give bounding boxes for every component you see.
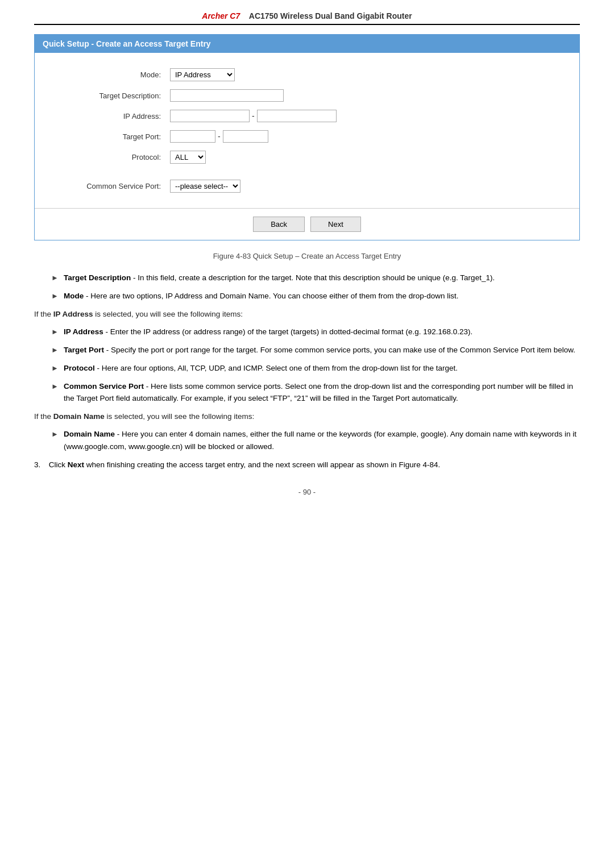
protocol-label: Protocol: bbox=[52, 147, 165, 168]
ip-address-label: IP Address: bbox=[52, 106, 165, 126]
bullet-target-port: ► Target Port - Specify the port or port… bbox=[51, 344, 580, 356]
figure-caption: Figure 4-83 Quick Setup – Create an Acce… bbox=[34, 252, 580, 260]
port-dash: - bbox=[218, 132, 221, 141]
ip-address-input-cell: - bbox=[165, 106, 562, 126]
domain-name-intro: If the Domain Name is selected, you will… bbox=[34, 410, 580, 423]
arrow-icon-5: ► bbox=[51, 363, 64, 375]
target-port-start[interactable] bbox=[170, 130, 215, 143]
target-description-input[interactable] bbox=[170, 89, 284, 102]
bullet-ip-address-text: IP Address - Enter the IP address (or ad… bbox=[64, 326, 472, 338]
spacer-row bbox=[52, 168, 562, 176]
mode-row: Mode: IP Address Domain Name bbox=[52, 64, 562, 85]
quick-setup-panel: Quick Setup - Create an Access Target En… bbox=[34, 34, 580, 240]
ip-address-range: - bbox=[170, 110, 558, 122]
target-port-row: Target Port: - bbox=[52, 126, 562, 147]
domain-bullet-list: ► Domain Name - Here you can enter 4 dom… bbox=[51, 428, 580, 452]
bullet-target-description: ► Target Description - In this field, cr… bbox=[51, 272, 580, 284]
protocol-row: Protocol: ALL TCP UDP ICMP bbox=[52, 147, 562, 168]
target-description-input-cell bbox=[165, 85, 562, 106]
page-header: Archer C7 AC1750 Wireless Dual Band Giga… bbox=[34, 11, 580, 25]
common-service-port-label: Common Service Port: bbox=[52, 176, 165, 197]
ip-dash: - bbox=[252, 111, 255, 121]
main-bullet-list: ► Target Description - In this field, cr… bbox=[51, 272, 580, 302]
ip-address-intro: If the IP Address is selected, you will … bbox=[34, 308, 580, 321]
common-service-port-row: Common Service Port: --please select-- bbox=[52, 176, 562, 197]
mode-label: Mode: bbox=[52, 64, 165, 85]
numbered-item-3: 3. Click Next when finishing creating th… bbox=[34, 459, 580, 471]
bullet-mode-text: Mode - Here are two options, IP Address … bbox=[64, 290, 459, 302]
target-port-range: - bbox=[170, 130, 558, 143]
bullet-common-service-port-text: Common Service Port - Here lists some co… bbox=[64, 380, 580, 405]
item-number-3: 3. bbox=[34, 459, 47, 471]
page-number: - 90 - bbox=[34, 488, 580, 496]
protocol-input-cell: ALL TCP UDP ICMP bbox=[165, 147, 562, 168]
ip-address-start[interactable] bbox=[170, 110, 250, 122]
arrow-icon-6: ► bbox=[51, 381, 64, 393]
bullet-protocol-text: Protocol - Here are four options, All, T… bbox=[64, 362, 458, 375]
button-row: Back Next bbox=[35, 208, 579, 240]
mode-input-cell: IP Address Domain Name bbox=[165, 64, 562, 85]
protocol-select[interactable]: ALL TCP UDP ICMP bbox=[170, 151, 206, 164]
brand-text: Archer C7 AC1750 Wireless Dual Band Giga… bbox=[202, 11, 412, 20]
numbered-item-3-text: Click Next when finishing creating the a… bbox=[47, 459, 440, 471]
ip-address-end[interactable] bbox=[257, 110, 337, 122]
panel-body: Mode: IP Address Domain Name Target Desc… bbox=[35, 53, 579, 208]
panel-header: Quick Setup - Create an Access Target En… bbox=[35, 35, 579, 53]
form-table: Mode: IP Address Domain Name Target Desc… bbox=[52, 64, 562, 197]
bullet-ip-address: ► IP Address - Enter the IP address (or … bbox=[51, 326, 580, 338]
ip-bullet-list: ► IP Address - Enter the IP address (or … bbox=[51, 326, 580, 405]
arrow-icon-2: ► bbox=[51, 290, 64, 302]
target-description-label: Target Description: bbox=[52, 85, 165, 106]
panel-title: Quick Setup - Create an Access Target En… bbox=[43, 39, 211, 48]
back-button[interactable]: Back bbox=[253, 217, 305, 232]
bullet-protocol: ► Protocol - Here are four options, All,… bbox=[51, 362, 580, 375]
bullet-domain-name: ► Domain Name - Here you can enter 4 dom… bbox=[51, 428, 580, 452]
brand-archer: Archer C7 bbox=[202, 11, 240, 20]
arrow-icon-4: ► bbox=[51, 344, 64, 356]
target-port-end[interactable] bbox=[223, 130, 268, 143]
mode-select[interactable]: IP Address Domain Name bbox=[170, 68, 235, 81]
bullet-target-port-text: Target Port - Specify the port or port r… bbox=[64, 344, 575, 356]
next-button[interactable]: Next bbox=[310, 217, 361, 232]
arrow-icon-3: ► bbox=[51, 326, 64, 338]
brand-model: AC1750 Wireless Dual Band Gigabit Router bbox=[249, 11, 412, 20]
target-description-row: Target Description: bbox=[52, 85, 562, 106]
arrow-icon-1: ► bbox=[51, 272, 64, 284]
arrow-icon-7: ► bbox=[51, 429, 64, 441]
numbered-list: 3. Click Next when finishing creating th… bbox=[34, 459, 580, 471]
common-service-port-select[interactable]: --please select-- bbox=[170, 180, 240, 193]
target-port-label: Target Port: bbox=[52, 126, 165, 147]
bullet-common-service-port: ► Common Service Port - Here lists some … bbox=[51, 380, 580, 405]
bullet-domain-name-text: Domain Name - Here you can enter 4 domai… bbox=[64, 428, 580, 452]
bullet-mode: ► Mode - Here are two options, IP Addres… bbox=[51, 290, 580, 302]
common-service-port-input-cell: --please select-- bbox=[165, 176, 562, 197]
ip-address-row: IP Address: - bbox=[52, 106, 562, 126]
target-port-input-cell: - bbox=[165, 126, 562, 147]
bullet-target-description-text: Target Description - In this field, crea… bbox=[64, 272, 495, 284]
